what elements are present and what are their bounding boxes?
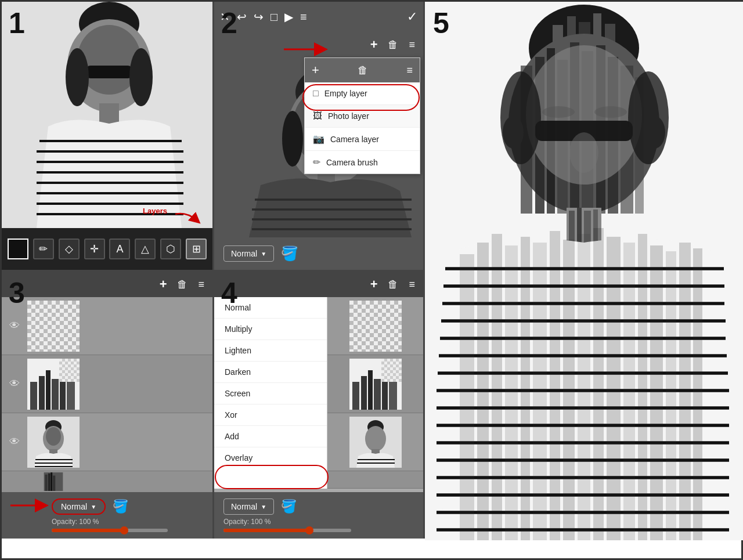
p4-layer-row-2[interactable] — [327, 355, 423, 413]
layer-list-icon-3[interactable]: ≡ — [198, 279, 204, 291]
blend-overlay-item[interactable]: Overlay — [214, 447, 327, 468]
eye-icon-1[interactable]: 👁 — [2, 320, 27, 332]
photo-layer-label: Photo layer — [328, 111, 369, 121]
panel-4: 4 + 🗑 ≡ Normal Multiply Lighten Darken S… — [214, 272, 423, 539]
photo-layer-icon: 🖼 — [313, 111, 322, 121]
paint-bucket-icon-2[interactable]: 🪣 — [281, 245, 298, 262]
svg-rect-32 — [46, 370, 51, 410]
empty-layer-label: Empty layer — [324, 89, 367, 98]
dropdown-plus-icon[interactable]: + — [312, 63, 319, 78]
panel-2-bottombar: Normal ▼ 🪣 — [214, 237, 423, 270]
toolbar-layers-icon[interactable]: ⊞ — [186, 239, 207, 259]
blend-add-item[interactable]: Add — [214, 426, 327, 447]
layers-label: Layers — [143, 207, 167, 215]
svg-rect-33 — [52, 379, 59, 410]
canvas-icon[interactable]: □ — [270, 10, 277, 24]
toolbar-eraser-icon[interactable]: ◇ — [59, 239, 80, 259]
paint-bucket-icon-3[interactable]: 🪣 — [113, 499, 128, 514]
eye-icon-2[interactable]: 👁 — [2, 378, 27, 390]
panel-3-topbar: + 🗑 ≡ — [2, 272, 212, 297]
camera-layer-item[interactable]: 📷 Camera layer — [305, 128, 420, 151]
opacity-label-4: Opacity: 100 % — [223, 518, 414, 526]
svg-rect-62 — [381, 359, 402, 382]
svg-point-15 — [129, 48, 153, 106]
blend-lighten-item[interactable]: Lighten — [214, 340, 327, 362]
svg-rect-132 — [623, 243, 635, 540]
svg-rect-51 — [48, 474, 51, 491]
redo-icon[interactable]: ↪ — [254, 10, 264, 24]
svg-rect-53 — [53, 475, 55, 491]
layer-row-2[interactable]: 👁 — [2, 355, 212, 413]
undo-icon[interactable]: ↩ — [237, 10, 247, 24]
camera-brush-icon: ✏ — [313, 157, 320, 168]
add-layer-icon-4[interactable]: + — [370, 277, 378, 292]
person-thumb-svg — [27, 417, 80, 468]
blend-multiply-item[interactable]: Multiply — [214, 319, 327, 340]
opacity-slider-4[interactable] — [223, 529, 351, 532]
camera-brush-label: Camera brush — [326, 158, 378, 167]
double-exposure-svg — [425, 2, 743, 540]
empty-layer-item[interactable]: □ Empty layer — [305, 82, 420, 105]
p4-layer-row-1[interactable] — [327, 297, 423, 355]
svg-rect-137 — [693, 248, 702, 540]
slider-thumb-3[interactable] — [120, 526, 128, 534]
layer-list-icon[interactable]: ≡ — [409, 39, 415, 51]
svg-rect-31 — [39, 376, 45, 410]
layer-row-1[interactable]: 👁 — [2, 297, 212, 355]
p4-layer-row-3[interactable] — [327, 413, 423, 471]
play-icon[interactable]: ▶ — [284, 10, 293, 24]
p4-city-thumb — [349, 359, 402, 410]
menu-icon[interactable]: ≡ — [300, 10, 307, 24]
delete-layer-icon-3[interactable]: 🗑 — [177, 279, 187, 291]
blend-screen-item[interactable]: Screen — [214, 383, 327, 404]
city-bottom-svg — [27, 472, 80, 491]
toolbar-move-icon[interactable]: ✛ — [84, 239, 105, 259]
layer-thumb-city-2 — [27, 359, 80, 410]
blend-mode-selector-4[interactable]: Normal ▼ — [223, 498, 274, 515]
paint-bucket-icon-4[interactable]: 🪣 — [281, 499, 297, 514]
arrow-to-normal — [8, 497, 66, 514]
svg-point-69 — [365, 426, 386, 451]
camera-brush-item[interactable]: ✏ Camera brush — [305, 151, 420, 174]
check-icon[interactable]: ✓ — [407, 9, 417, 24]
opacity-label-3: Opacity: 100 % — [52, 518, 99, 526]
opacity-slider-3[interactable] — [52, 529, 168, 532]
p4-person-svg — [349, 417, 402, 468]
svg-rect-56 — [352, 382, 359, 410]
toolbar-adjust-icon[interactable]: ⬡ — [160, 239, 181, 259]
svg-rect-126 — [533, 243, 547, 540]
svg-rect-122 — [477, 243, 489, 540]
delete-layer-icon[interactable]: 🗑 — [388, 39, 398, 51]
blend-darken-item[interactable]: Darken — [214, 362, 327, 383]
layer-list-icon-4[interactable]: ≡ — [409, 279, 415, 291]
step-2-label: 2 — [221, 6, 237, 40]
layer-row-4[interactable] — [2, 471, 212, 492]
svg-rect-36 — [59, 359, 80, 382]
p4-person-thumb — [349, 417, 402, 468]
blend-chevron-4: ▼ — [261, 504, 266, 510]
toolbar-brush-icon[interactable]: ✏ — [33, 239, 54, 259]
add-layer-icon-3[interactable]: + — [160, 277, 167, 292]
photo-layer-item[interactable]: 🖼 Photo layer — [305, 105, 420, 128]
add-layer-icon[interactable]: + — [370, 37, 378, 52]
svg-rect-131 — [607, 237, 621, 540]
toolbar-shape-icon[interactable]: △ — [135, 239, 156, 259]
layer-row-3[interactable]: 👁 — [2, 413, 212, 471]
blend-mode-selector-2[interactable]: Normal ▼ — [223, 245, 274, 262]
dropdown-menu-header: + 🗑 ≡ — [305, 58, 420, 82]
svg-point-94 — [594, 106, 627, 118]
panel-1-toolbar: ✏ ◇ ✛ A △ ⬡ ⊞ — [2, 228, 212, 270]
blend-mode-label-2: Normal — [231, 249, 257, 258]
dropdown-trash-icon[interactable]: 🗑 — [358, 64, 368, 77]
toolbar-text-icon[interactable]: A — [109, 239, 130, 259]
p4-checker-thumb — [349, 301, 402, 352]
eye-icon-3[interactable]: 👁 — [2, 436, 27, 448]
p4-layer-row-4[interactable] — [327, 471, 423, 489]
delete-layer-icon-4[interactable]: 🗑 — [388, 279, 398, 291]
panel-4-layers-right — [327, 297, 423, 489]
city-thumb-svg — [27, 359, 80, 410]
dropdown-list-icon[interactable]: ≡ — [406, 64, 413, 77]
toolbar-color-swatch[interactable] — [8, 239, 28, 259]
slider-thumb-4[interactable] — [305, 526, 313, 534]
blend-xor-item[interactable]: Xor — [214, 404, 327, 426]
